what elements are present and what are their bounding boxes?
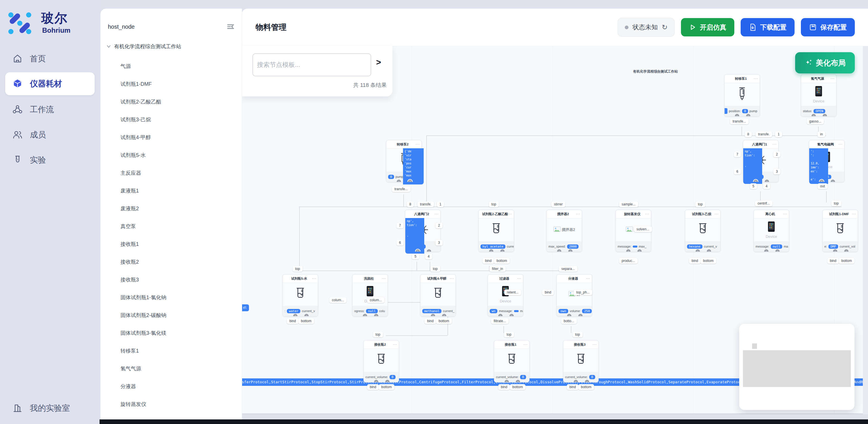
more-icon[interactable]: ···	[783, 210, 787, 218]
connector-dot[interactable]: ›	[373, 313, 379, 316]
port-pill[interactable]: top	[430, 266, 440, 272]
sidebar-item-cube[interactable]: 仪器耗材	[0, 72, 100, 95]
connector-dot[interactable]: ›	[764, 179, 770, 182]
more-icon[interactable]: ···	[382, 275, 386, 282]
connector-dot[interactable]: ‹	[626, 249, 631, 251]
port-pill[interactable]: stirrer	[551, 202, 565, 207]
port-pill[interactable]: bottom	[379, 384, 395, 390]
flow-node-bottle4[interactable]: 试剂瓶4-甲醇···methanolcurrent_‹›	[420, 274, 456, 316]
connector-dot[interactable]: ›	[304, 313, 309, 316]
connector-dot[interactable]: ‹	[430, 313, 436, 316]
port-pill[interactable]: 5	[412, 253, 419, 259]
port-pill[interactable]: top	[695, 202, 705, 207]
port-pill[interactable]: top	[831, 201, 841, 206]
connector-dot[interactable]: ‹	[498, 313, 503, 316]
port-pill[interactable]: top	[373, 332, 383, 337]
more-icon[interactable]: ···	[393, 340, 397, 349]
sidebar-item-workflow[interactable]: 工作流	[0, 98, 100, 121]
run-simulation-button[interactable]: 开启仿真	[681, 18, 734, 36]
tree-item[interactable]: 分液器	[100, 377, 242, 395]
beautify-layout-button[interactable]: 美化布局	[795, 52, 855, 73]
port-pill[interactable]: transfe...	[392, 186, 410, 192]
flow-node-column[interactable]: 洗脱柱···Deviceogress:nullcolu‹›	[352, 274, 388, 316]
more-icon[interactable]: ···	[517, 275, 522, 282]
port-pill[interactable]: bottom	[510, 384, 526, 390]
connector-dot[interactable]: ›	[515, 379, 521, 382]
flow-node-bottle3[interactable]: 试剂瓶3-己烷···hexanecurrent_v‹›	[685, 210, 720, 252]
port-pill[interactable]: retent...	[504, 290, 521, 295]
port-pill[interactable]: produc...	[619, 258, 638, 264]
connector-dot[interactable]: ‹	[557, 249, 562, 251]
connector-dot[interactable]: ›	[775, 249, 780, 251]
connector-dot[interactable]: ›	[844, 249, 849, 251]
flow-node-bottle2[interactable]: 试剂瓶2-乙酸乙酯···hyl_acetatecurre‹›	[478, 210, 514, 252]
more-icon[interactable]: ···	[312, 275, 316, 282]
tree-item[interactable]: 接收瓶2	[100, 253, 242, 271]
port-pill[interactable]: sample...	[619, 202, 638, 207]
port-pill[interactable]: bind	[483, 258, 494, 264]
port-pill[interactable]: top_ph...	[574, 290, 592, 295]
port-pill[interactable]: colum...	[367, 297, 384, 303]
connector-dot[interactable]: ›	[706, 249, 712, 251]
port-pill[interactable]: filter_in	[489, 266, 506, 272]
tree-item[interactable]: 固体试剂瓶2-碳酸钠	[100, 306, 242, 324]
tree-item[interactable]: 固体试剂瓶3-氯化镁	[100, 324, 242, 342]
port-pill[interactable]: bottom	[436, 318, 452, 324]
connector-dot[interactable]: ›	[568, 249, 573, 251]
sidebar-item-experiment[interactable]: 实验	[0, 149, 100, 172]
sidebar-item-home[interactable]: 首页	[0, 47, 100, 70]
connector-dot[interactable]: ‹	[504, 379, 509, 382]
connector-dot[interactable]: ‹	[489, 249, 494, 251]
port-pill[interactable]: filtrate...	[491, 318, 508, 324]
connector-dot[interactable]: ›	[500, 249, 505, 251]
port-pill[interactable]: bind	[425, 318, 436, 324]
flow-node-recv3[interactable]: 接收瓶3···current_volume:0‹›	[563, 340, 599, 383]
port-pill[interactable]: 6	[734, 169, 741, 174]
connector-dot[interactable]: ‹	[573, 379, 579, 382]
minimap[interactable]	[739, 324, 855, 410]
flow-node-valve2[interactable]: 八通阀门2···status:nu‹›np', tion': '	[405, 210, 441, 252]
connector-dot[interactable]: ‹	[695, 249, 701, 251]
flow-node-pump1[interactable]: 转移泵1···position:0pump‹›	[724, 74, 760, 117]
port-pill[interactable]: 5	[750, 183, 757, 189]
port-pill[interactable]: 8	[407, 202, 414, 207]
more-icon[interactable]: ···	[435, 210, 439, 218]
connector-dot[interactable]: ›	[637, 249, 642, 251]
more-icon[interactable]: ···	[830, 74, 835, 83]
tree-item[interactable]: 气源	[100, 57, 242, 75]
port-pill[interactable]: 1	[437, 202, 444, 207]
port-pill[interactable]: bottom	[839, 258, 855, 264]
tree-item[interactable]: 固体试剂瓶1-氯化钠	[100, 289, 242, 306]
tree-item[interactable]: 废液瓶1	[100, 182, 242, 200]
connector-dot[interactable]: ‹	[832, 249, 838, 251]
save-config-button[interactable]: 保存配置	[801, 18, 855, 36]
flow-node-recv2[interactable]: 接收瓶2···current_volume:0‹›	[364, 340, 399, 383]
more-icon[interactable]: ···	[524, 340, 528, 349]
port-pill[interactable]: 6	[396, 240, 404, 246]
search-submit-icon[interactable]: >	[376, 57, 381, 67]
tree-item[interactable]: 试剂瓶4-甲醇	[100, 128, 242, 146]
flow-node-h2source[interactable]: 氢气气源···Devicestatus:OPEN‹›	[801, 74, 836, 117]
port-pill[interactable]: 3	[773, 169, 780, 174]
more-icon[interactable]: ···	[773, 140, 777, 148]
flow-node-stirrer2[interactable]: 搅拌器2···搅拌器2max_speed:2000‹›	[547, 210, 582, 252]
download-config-button[interactable]: 下载配置	[741, 18, 795, 36]
flow-node-separator[interactable]: 分液器···分ownvolume:250‹›	[557, 274, 592, 316]
connector-dot[interactable]: ›	[830, 179, 836, 182]
port-pill[interactable]: bind	[689, 258, 701, 264]
tree-item[interactable]: 试剂瓶1-DMF	[100, 75, 242, 93]
port-pill[interactable]: top	[489, 202, 499, 207]
port-pill[interactable]: out	[817, 183, 828, 189]
connector-dot[interactable]: ‹	[764, 249, 769, 251]
tree-item[interactable]: 试剂瓶2-乙酸乙酯	[100, 93, 242, 111]
port-pill[interactable]: bind	[287, 318, 299, 324]
tree-item[interactable]: 试剂瓶3-己烷	[100, 111, 242, 128]
more-icon[interactable]: ···	[852, 210, 856, 218]
more-icon[interactable]: ···	[593, 340, 597, 349]
tree-item[interactable]: 氢气气源	[100, 360, 242, 377]
more-icon[interactable]: ···	[576, 210, 580, 218]
port-pill[interactable]: bind	[498, 384, 510, 390]
port-pill[interactable]: top	[504, 332, 514, 337]
tree-item[interactable]: 废液瓶2	[100, 200, 242, 217]
port-pill[interactable]: bind	[367, 384, 379, 390]
